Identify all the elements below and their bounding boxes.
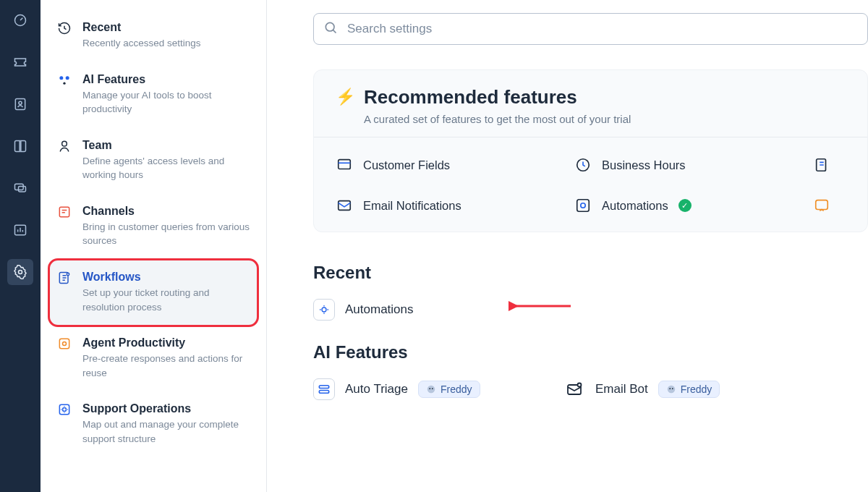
rail-settings[interactable] [7,259,33,285]
chat-widget-icon [813,197,830,214]
ticket-icon [13,56,27,69]
svg-point-36 [672,388,673,389]
svg-rect-4 [19,187,26,192]
badge-label: Freddy [441,383,472,395]
sidebar-item-label: Team [82,138,250,153]
section-heading-ai: AI Features [313,342,868,362]
rail-analytics[interactable] [7,217,33,243]
svg-point-15 [63,342,67,346]
feature-cutoff-1[interactable] [813,156,846,174]
sidebar-item-recent[interactable]: Recent Recently accessed settings [49,10,258,62]
productivity-icon [56,336,72,352]
rail-dashboard[interactable] [7,7,33,33]
svg-point-13 [67,273,69,275]
sidebar-item-label: AI Features [82,72,250,87]
tile-email-bot[interactable]: Email Bot Freddy [563,378,814,400]
svg-point-35 [669,388,671,389]
svg-point-17 [63,408,67,412]
sidebar-item-agent-productivity[interactable]: Agent Productivity Pre-create responses … [49,326,258,391]
feature-label: Business Hours [602,158,686,172]
svg-point-24 [581,203,585,208]
automation-icon [313,299,335,321]
sidebar-item-label: Channels [82,204,250,219]
book-icon [13,139,27,153]
svg-point-31 [432,388,433,389]
bolt-icon: ⚡ [336,89,355,105]
sidebar-item-support-operations[interactable]: Support Operations Map out and manage yo… [49,391,258,457]
svg-point-18 [326,22,334,31]
history-icon [56,20,72,36]
main-content: ⚡ Recommended features A curated set of … [267,0,868,492]
chat-icon [13,181,27,195]
tile-label: Automations [345,302,414,317]
svg-point-33 [578,383,582,387]
gear-icon [13,265,27,279]
tile-automations[interactable]: Automations [313,299,563,321]
mail-icon [563,378,585,400]
freddy-badge: Freddy [658,381,720,398]
ai-icon [56,72,72,88]
sidebar-item-label: Recent [82,20,250,35]
app-rail [0,0,41,492]
check-icon: ✓ [678,199,692,212]
rail-knowledge[interactable] [7,133,33,159]
fields-icon [336,156,353,174]
badge-label: Freddy [681,383,712,395]
feature-customer-fields[interactable]: Customer Fields [336,156,574,174]
recommended-subtitle: A curated set of features to get the mos… [364,113,631,125]
sidebar-item-workflows[interactable]: Workflows Set up your ticket routing and… [49,260,258,326]
sidebar-item-label: Workflows [82,270,250,284]
sidebar-item-channels[interactable]: Channels Bring in customer queries from … [49,194,258,260]
svg-rect-23 [577,200,590,212]
sidebar-item-desc: Bring in customer queries from various s… [82,220,250,248]
feature-cutoff-2[interactable] [813,197,846,214]
feature-automations[interactable]: Automations ✓ [574,197,813,214]
support-icon [56,402,72,417]
search-bar [313,13,868,45]
tile-label: Auto Triage [345,382,408,396]
recommended-card: ⚡ Recommended features A curated set of … [313,69,868,232]
sidebar-item-label: Agent Productivity [82,336,250,350]
svg-point-2 [19,101,22,104]
sidebar-item-team[interactable]: Team Define agents' access levels and wo… [49,128,258,194]
sidebar-item-desc: Map out and manage your complete support… [82,417,250,446]
sidebar-item-desc: Define agents' access levels and working… [82,154,250,182]
gauge-icon [13,13,27,27]
svg-point-6 [19,271,22,274]
ticket-fields-icon [813,156,830,174]
svg-rect-22 [339,201,351,211]
sidebar-item-ai[interactable]: AI Features Manage your AI tools to boos… [49,62,258,128]
svg-point-10 [62,141,67,146]
tile-auto-triage[interactable]: Auto Triage Freddy [313,378,563,400]
freddy-badge: Freddy [418,381,480,398]
svg-point-8 [66,76,69,80]
svg-rect-19 [339,160,351,169]
feature-label: Email Notifications [363,199,461,213]
sidebar-item-label: Support Operations [82,402,250,416]
automation-icon [574,197,592,214]
recommended-title: Recommended features [364,86,631,109]
svg-point-26 [322,308,326,312]
analytics-icon [13,223,27,237]
rail-contacts[interactable] [7,91,33,117]
feature-business-hours[interactable]: Business Hours [574,156,813,174]
sidebar-item-desc: Pre-create responses and actions for reu… [82,352,250,380]
triage-icon [313,378,335,400]
feature-label: Customer Fields [363,158,450,172]
search-input[interactable] [313,13,868,45]
section-heading-recent: Recent [313,263,868,283]
rail-tickets[interactable] [7,49,33,75]
svg-point-30 [429,388,430,389]
freddy-icon [426,384,436,394]
tile-label: Email Bot [595,382,648,396]
clock-icon [574,156,592,174]
feature-email-notifications[interactable]: Email Notifications [336,197,574,214]
rail-chat[interactable] [7,175,33,201]
mail-icon [336,197,353,214]
contact-icon [13,97,27,111]
svg-point-9 [63,82,65,84]
svg-point-29 [427,386,435,394]
sidebar-item-desc: Manage your AI tools to boost productivi… [82,88,250,116]
workflow-icon [56,270,72,286]
svg-rect-14 [59,339,69,348]
